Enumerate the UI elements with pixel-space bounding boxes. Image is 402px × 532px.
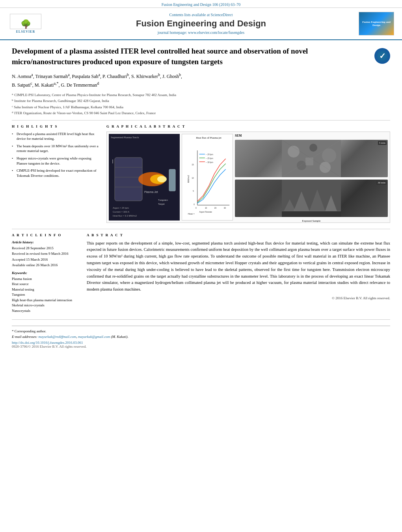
email-author: (M. Kakati). (111, 335, 128, 339)
plasma-torch-label: Segmented Plasma Torch (111, 136, 178, 139)
keyword-5: High heat-flux plasma material interacti… (12, 298, 79, 303)
sem-5min-container: 5 min (235, 140, 388, 177)
title-section: Development of a plasma assisted ITER le… (12, 46, 390, 67)
article-title: Development of a plasma assisted ITER le… (12, 46, 368, 67)
svg-text:-- 25 lpm: -- 25 lpm (206, 158, 213, 159)
abstract-text: This paper reports on the development of… (87, 240, 390, 293)
svg-text:Target: Target (158, 203, 165, 205)
available-date: Available online 26 March 2016 (12, 263, 79, 268)
svg-text:30: 30 (224, 207, 226, 209)
divider-1 (12, 120, 390, 120)
svg-text:20: 20 (214, 207, 217, 209)
svg-rect-16 (186, 146, 231, 216)
keyword-3: Material testing (12, 287, 79, 293)
sup-c: c (30, 81, 32, 85)
authors-line: N. Aomoaa, Trinayan Sarmaha, Puspalata S… (12, 72, 390, 89)
divider-footer (12, 319, 390, 320)
keyword-7: Nanocrystals (12, 308, 79, 314)
elsevier-tree-icon: 🌳 (20, 20, 31, 29)
highlight-item-4: CIMPLE-PSI being developed for exact rep… (12, 168, 99, 178)
accepted-date: Accepted 15 March 2016 (12, 257, 79, 262)
keywords-section: Keywords: Plasma fusion Heat source Mate… (12, 271, 79, 314)
svg-point-38 (309, 144, 317, 152)
svg-text:10: 10 (192, 177, 194, 179)
svg-point-40 (297, 161, 306, 170)
journal-citation: Fusion Engineering and Design 106 (2016)… (162, 2, 241, 7)
sem-5min-svg (235, 140, 388, 177)
heat-flux-svg: MW/m2 0 10 20 30 Argon Flowrate 0 5 10 (186, 140, 231, 223)
graphical-abstract-header: G R A P H I C A L A B S T R A C T (106, 124, 390, 128)
journal-logo-right: Fusion Engineering and Design (359, 12, 394, 35)
journal-top-bar: Fusion Engineering and Design 106 (2016)… (0, 0, 402, 8)
sup-a: a (31, 72, 33, 77)
affil-a: ᵃ CIMPLE-PSI Laboratory, Centre of Plasm… (12, 93, 390, 98)
elsevier-text: ELSEVIER (16, 30, 35, 33)
journal-title: Fusion Engineering and Design (43, 19, 359, 29)
svg-text:-- 20 lpm: -- 20 lpm (206, 154, 213, 156)
sem-30min-image (235, 180, 388, 217)
elsevier-logo: 🌳 ELSEVIER (8, 14, 43, 33)
highlights-header: H I G H L I G H T S (12, 124, 99, 128)
keyword-1: Plasma fusion (12, 276, 79, 282)
svg-point-7 (157, 176, 167, 182)
heat-flux-graph: Heat flux of Plasma jet MW/m2 0 (182, 134, 233, 221)
article-content: Development of a plasma assisted ITER le… (0, 40, 402, 354)
article-info-abstract-section: A R T I C L E I N F O Article history: R… (12, 233, 390, 314)
sup-b2: b (158, 72, 160, 77)
divider-2 (12, 229, 390, 229)
author-kakati: M. Kakati (35, 82, 54, 88)
svg-point-37 (288, 146, 300, 158)
graphical-abstract-column: G R A P H I C A L A B S T R A C T Segmen… (106, 124, 390, 223)
keyword-6: Skeletal micro-crystals (12, 303, 79, 308)
svg-text:Current = 300 A: Current = 300 A (113, 211, 129, 213)
sup-a2: a (68, 72, 69, 77)
highlights-list: Developed a plasma assisted ITER level h… (12, 132, 99, 178)
svg-text:Tungsten: Tungsten (158, 199, 168, 201)
sem-images-column: SEM 5 min (235, 134, 388, 221)
keyword-4: Tungsten (12, 292, 79, 298)
sem-5min-image (235, 140, 388, 177)
corresponding-author: * Corresponding author. (12, 329, 390, 333)
abstract-column: A B S T R A C T This paper reports on th… (87, 233, 390, 314)
affiliations: ᵃ CIMPLE-PSI Laboratory, Centre of Plasm… (12, 93, 390, 116)
graphical-abstract-inner: Segmented Plasma Torch (109, 134, 388, 221)
sciencedirect-link[interactable]: Contents lists available at ScienceDirec… (43, 13, 359, 17)
svg-text:Argon = 25 lpm: Argon = 25 lpm (113, 207, 129, 209)
svg-text:MW/m2: MW/m2 (187, 175, 190, 183)
exposed-sample-label: Exposed Sample (235, 219, 388, 222)
journal-center: Contents lists available at ScienceDirec… (43, 13, 359, 35)
highlight-item-1: Developed a plasma assisted ITER level h… (12, 132, 99, 141)
affil-d: ᵈ ITER Organization, Route de Vinon-sur-… (12, 111, 390, 116)
email-1-link[interactable]: mayurkak@rediffmail.com (38, 335, 76, 339)
highlight-item-2: The beam deposits over 10 MW/m² flux uni… (12, 144, 99, 154)
article-info-column: A R T I C L E I N F O Article history: R… (12, 233, 79, 314)
sup-b3: b (179, 72, 181, 77)
svg-point-39 (322, 148, 336, 163)
email-2-link[interactable]: mayurkak@gmail.com (78, 335, 110, 339)
doi-line: http://dx.doi.org/10.1016/j.fusengdes.20… (12, 341, 390, 345)
sem-label: SEM (235, 134, 242, 137)
author-temmerman: G. De Temmerman (61, 82, 97, 88)
svg-text:10: 10 (205, 207, 207, 209)
svg-text:5: 5 (193, 190, 194, 192)
doi-link[interactable]: http://dx.doi.org/10.1016/j.fusengdes.20… (12, 341, 83, 345)
author-khirwarker: S. Khirwarker (131, 74, 158, 79)
elsevier-logo-img: 🌳 (10, 14, 41, 29)
heat-flux-label: Heat flux of Plasma jet (186, 136, 231, 139)
keywords-label: Keywords: (12, 271, 79, 275)
svg-text:Argon Flowrate: Argon Flowrate (199, 211, 212, 213)
journal-homepage[interactable]: journal homepage: www.elsevier.com/locat… (43, 30, 359, 35)
svg-point-41 (320, 162, 331, 173)
footer-section: * Corresponding author. E-mail addresses… (12, 326, 390, 348)
received-date: Received 28 September 2015 (12, 246, 79, 251)
svg-text:0: 0 (195, 207, 197, 209)
issn-line: 0920-3796/© 2016 Elsevier B.V. All right… (12, 345, 390, 348)
author-aomoa: N. Aomoa (12, 74, 31, 79)
svg-text:-- 30 lpm: -- 30 lpm (206, 161, 213, 163)
author-sarmah: Trinayan Sarmah (35, 74, 68, 79)
crossmark-badge[interactable]: ✓ (374, 48, 390, 64)
abstract-header: A B S T R A C T (87, 233, 390, 237)
sem-30min-svg (235, 180, 388, 217)
sup-b: b (127, 72, 129, 77)
graphical-abstract-box: Segmented Plasma Torch (106, 132, 390, 223)
